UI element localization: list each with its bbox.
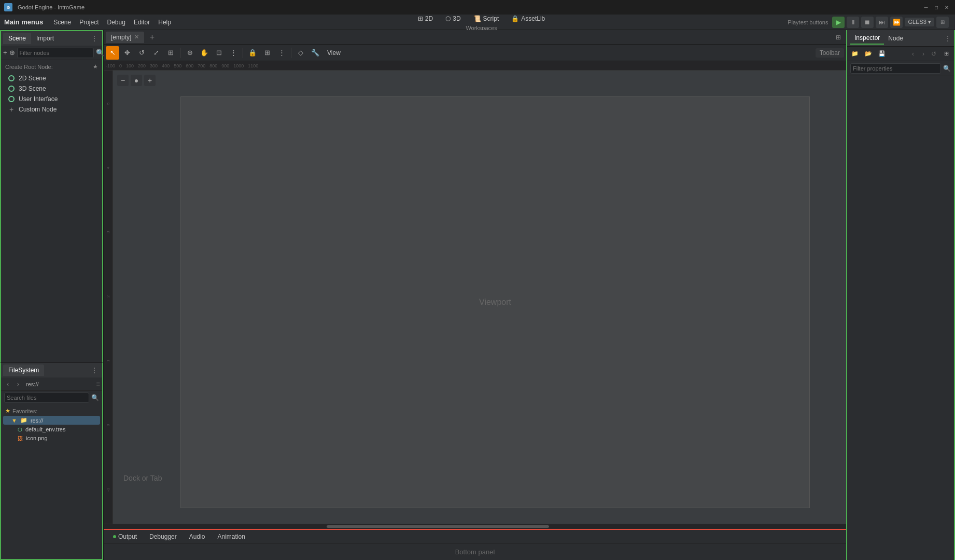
view-button[interactable]: View	[323, 48, 345, 58]
root-node-custom[interactable]: + Custom Node	[5, 104, 98, 115]
inspector-toolbar: 📁 📂 💾 ‹ › ↺ ⊞	[847, 47, 954, 61]
inspector-menu-button[interactable]: ⋮	[945, 35, 951, 42]
resource-icon: ⬡	[18, 427, 22, 432]
tab-close-button[interactable]: ✕	[134, 34, 139, 40]
filesystem-panel-menu[interactable]: ⋮	[89, 366, 100, 374]
maximize-button[interactable]: □	[932, 3, 940, 11]
snap-more-button[interactable]: ⋮	[275, 46, 288, 60]
debug-button[interactable]: ⏩	[890, 17, 903, 28]
horizontal-scrollbar[interactable]	[104, 524, 846, 529]
workspace-tab-3d[interactable]: ⬡ 3D	[440, 13, 466, 24]
inspector-open-button[interactable]: 📂	[863, 48, 874, 60]
filter-search-icon[interactable]: 🔍	[943, 65, 951, 72]
filesystem-panel: FileSystem ⋮ ‹ › res:// ≡ 🔍 ★ Favorites:	[0, 363, 103, 560]
playtest-area: Playtest buttons ▶ ⏸ ⏹ ⏭ ⏩ GLES3 ▾ ⊞	[788, 17, 949, 28]
fs-layout-button[interactable]: ≡	[96, 380, 100, 388]
scene-tab[interactable]: Scene	[3, 33, 31, 44]
scrollbar-thumb[interactable]	[327, 525, 550, 528]
add-tab-button[interactable]: +	[146, 32, 158, 43]
inspector-object-button[interactable]: ⊞	[940, 48, 952, 60]
import-tab[interactable]: Import	[31, 33, 59, 44]
step-button[interactable]: ⏭	[876, 17, 888, 28]
more-tools-button[interactable]: ⋮	[227, 46, 240, 60]
inspector-forward-button[interactable]: ›	[919, 49, 928, 59]
filter-nodes-input[interactable]	[17, 48, 94, 58]
add-node-button[interactable]: +	[3, 47, 7, 59]
scene-panel-header: Scene Import ⋮	[1, 31, 102, 46]
grid-button[interactable]: ⊞	[260, 46, 274, 60]
viewport-label: Viewport	[479, 298, 511, 307]
toolbar-sep-3	[291, 48, 291, 58]
title-bar: G Godot Engine - IntroGame ─ □ ✕	[0, 0, 955, 15]
anchor-button[interactable]: ◇	[294, 46, 307, 60]
menu-help[interactable]: Help	[154, 17, 175, 28]
search-files-input[interactable]	[4, 393, 89, 403]
stop-button[interactable]: ⏹	[861, 17, 874, 28]
inspector-save-button[interactable]: 💾	[876, 48, 888, 60]
select-tool-button[interactable]: ↖	[106, 46, 119, 60]
fs-forward-button[interactable]: ›	[13, 380, 23, 389]
bottom-tabs: Output Debugger Audio Animation	[104, 530, 846, 543]
fs-item-default-env[interactable]: ⬡ default_env.tres	[3, 425, 100, 433]
filter-properties-input[interactable]	[850, 63, 941, 74]
center-area: [empty] ✕ + ⊞ ↖ ✥ ↺ ⤢ ⊞ ⊕ ✋ ⊡ ⋮ 🔒 ⊞ ⋮ ◇ …	[104, 30, 846, 560]
workspace-tab-assetlib[interactable]: 🔒 AssetLib	[506, 13, 550, 24]
root-node-ui[interactable]: User Interface	[5, 94, 98, 104]
inspector-tab[interactable]: Inspector	[850, 32, 884, 45]
instance-button[interactable]: ⊕	[9, 47, 15, 59]
pivot-button[interactable]: ⊕	[183, 46, 196, 60]
lock-button[interactable]: 🔒	[246, 46, 259, 60]
app-menu-label: Main menus	[4, 18, 43, 26]
zoom-reset-button[interactable]: ●	[131, 75, 142, 86]
editor-tab-empty[interactable]: [empty] ✕	[106, 32, 144, 43]
menu-scene[interactable]: Scene	[49, 17, 75, 28]
minimize-button[interactable]: ─	[922, 3, 930, 11]
layout-button[interactable]: ⊞	[936, 17, 949, 28]
output-tab[interactable]: Output	[108, 532, 142, 541]
wrench-button[interactable]: 🔧	[308, 46, 322, 60]
app-icon: G	[4, 3, 12, 11]
snap-button[interactable]: ⊡	[212, 46, 226, 60]
play-button[interactable]: ▶	[832, 17, 845, 28]
workspace-tab-script[interactable]: 📜 Script	[468, 13, 504, 24]
fs-item-icon[interactable]: 🖼 icon.png	[3, 434, 100, 442]
zoom-in-button[interactable]: +	[144, 75, 156, 86]
close-button[interactable]: ✕	[943, 3, 951, 11]
fs-item-res[interactable]: ▼ 📁 res://	[3, 416, 100, 425]
menu-debug[interactable]: Debug	[103, 17, 130, 28]
inspector-history-button[interactable]: ↺	[929, 49, 938, 59]
workspace-tabs: ⊞ 2D ⬡ 3D 📜 Script 🔒 AssetLib	[413, 13, 550, 24]
viewport-content: -1012345 − ● + Dock or Tab Viewport	[104, 71, 846, 524]
search-nodes-button[interactable]: 🔍	[96, 47, 104, 59]
search-files-icon[interactable]: 🔍	[91, 394, 99, 401]
app-title: Godot Engine - IntroGame	[18, 4, 85, 10]
filesystem-tab[interactable]: FileSystem	[3, 365, 44, 376]
inspector-back-button[interactable]: ‹	[908, 49, 918, 59]
favorite-icon[interactable]: ★	[93, 63, 98, 70]
root-node-3d[interactable]: 3D Scene	[5, 83, 98, 94]
zoom-out-button[interactable]: −	[117, 75, 129, 86]
move-tool-button[interactable]: ✥	[120, 46, 134, 60]
pan-button[interactable]: ✋	[198, 46, 211, 60]
pause-button[interactable]: ⏸	[847, 17, 859, 28]
favorites-label: ★ Favorites:	[1, 407, 102, 415]
menu-editor[interactable]: Editor	[130, 17, 154, 28]
menu-project[interactable]: Project	[75, 17, 103, 28]
scale-tool-button[interactable]: ⤢	[149, 46, 163, 60]
audio-tab[interactable]: Audio	[184, 532, 210, 541]
debugger-tab[interactable]: Debugger	[144, 532, 182, 541]
rotate-tool-button[interactable]: ↺	[135, 46, 148, 60]
fs-back-button[interactable]: ‹	[3, 380, 12, 389]
viewport-canvas[interactable]: − ● + Dock or Tab Viewport	[113, 71, 846, 524]
gles-selector[interactable]: GLES3 ▾	[905, 18, 934, 26]
rect-tool-button[interactable]: ⊞	[164, 46, 177, 60]
node-tab[interactable]: Node	[884, 33, 907, 44]
folder-icon: ▼	[11, 417, 17, 424]
fullscreen-button[interactable]: ⊞	[833, 32, 844, 43]
scene-panel-menu[interactable]: ⋮	[89, 34, 100, 43]
inspector-nav: ‹ › ↺	[908, 49, 938, 59]
workspace-tab-2d[interactable]: ⊞ 2D	[413, 13, 438, 24]
inspector-file-button[interactable]: 📁	[849, 48, 861, 60]
animation-tab[interactable]: Animation	[212, 532, 250, 541]
root-node-2d[interactable]: 2D Scene	[5, 73, 98, 83]
